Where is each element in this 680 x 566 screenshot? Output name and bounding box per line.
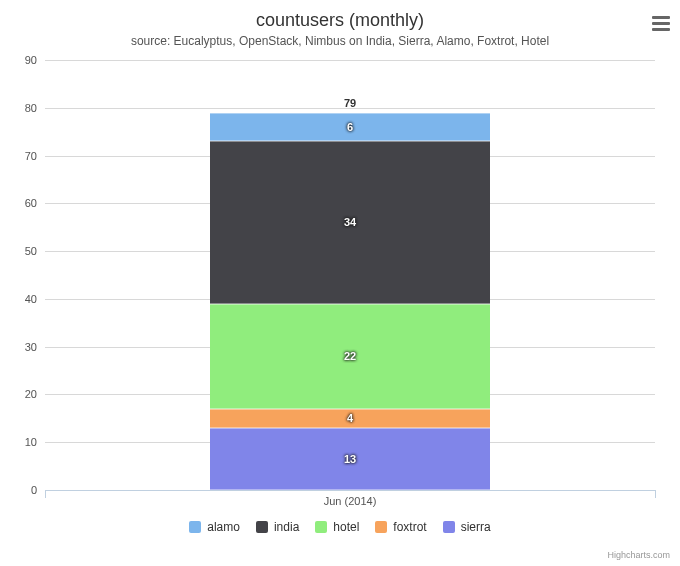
legend-item-hotel[interactable]: hotel <box>315 520 359 534</box>
data-label: 22 <box>210 350 490 362</box>
legend-item-india[interactable]: india <box>256 520 299 534</box>
y-axis-tick-label: 60 <box>7 197 37 209</box>
legend-swatch <box>375 521 387 533</box>
y-axis-tick-label: 0 <box>7 484 37 496</box>
legend-swatch <box>256 521 268 533</box>
legend-label: sierra <box>461 520 491 534</box>
chart-subtitle: source: Eucalyptus, OpenStack, Nimbus on… <box>0 31 680 48</box>
data-label: 6 <box>210 121 490 133</box>
legend-label: foxtrot <box>393 520 426 534</box>
y-axis-tick-label: 90 <box>7 54 37 66</box>
legend-item-sierra[interactable]: sierra <box>443 520 491 534</box>
legend-label: india <box>274 520 299 534</box>
x-axis-tick <box>45 490 46 498</box>
x-axis-tick <box>655 490 656 498</box>
y-axis-tick-label: 20 <box>7 388 37 400</box>
y-axis-tick-label: 50 <box>7 245 37 257</box>
gridline <box>45 60 655 61</box>
data-label: 34 <box>210 216 490 228</box>
data-label: 4 <box>210 412 490 424</box>
y-axis-tick-label: 10 <box>7 436 37 448</box>
credits-link[interactable]: Highcharts.com <box>607 550 670 560</box>
chart-container: countusers (monthly) source: Eucalyptus,… <box>0 0 680 566</box>
legend-label: hotel <box>333 520 359 534</box>
legend: alamoindiahotelfoxtrotsierra <box>0 520 680 536</box>
stack-total-label: 79 <box>210 97 490 109</box>
y-axis-tick-label: 30 <box>7 341 37 353</box>
legend-swatch <box>189 521 201 533</box>
legend-label: alamo <box>207 520 240 534</box>
y-axis-tick-label: 40 <box>7 293 37 305</box>
x-axis-line <box>45 490 655 491</box>
y-axis-tick-label: 80 <box>7 102 37 114</box>
chart-title: countusers (monthly) <box>0 0 680 31</box>
legend-swatch <box>315 521 327 533</box>
plot-area: 0102030405060708090Jun (2014)1342234679 <box>45 60 655 490</box>
legend-swatch <box>443 521 455 533</box>
context-menu-button[interactable] <box>646 12 670 34</box>
y-axis-tick-label: 70 <box>7 150 37 162</box>
legend-item-foxtrot[interactable]: foxtrot <box>375 520 426 534</box>
x-axis-tick-label: Jun (2014) <box>324 495 377 507</box>
legend-item-alamo[interactable]: alamo <box>189 520 240 534</box>
data-label: 13 <box>210 453 490 465</box>
